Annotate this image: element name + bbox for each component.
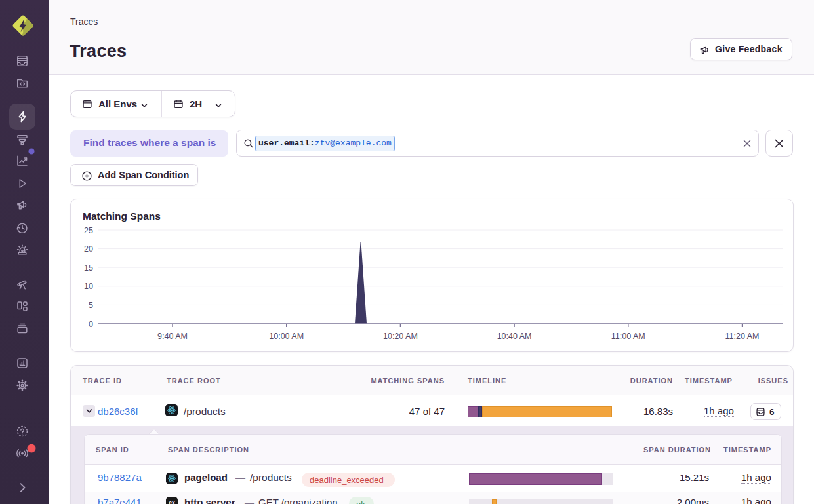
svg-text:5: 5	[89, 301, 93, 310]
svg-text:25: 25	[84, 226, 93, 235]
svg-text:ex: ex	[169, 499, 175, 504]
svg-text:20: 20	[84, 244, 93, 254]
svg-text:0: 0	[89, 320, 93, 329]
svg-text:15: 15	[84, 263, 93, 273]
svg-text:11:00 AM: 11:00 AM	[611, 332, 645, 341]
svg-text:10:20 AM: 10:20 AM	[383, 332, 418, 341]
svg-text:10:40 AM: 10:40 AM	[497, 332, 532, 341]
svg-text:10:00 AM: 10:00 AM	[269, 332, 304, 341]
svg-text:10: 10	[84, 282, 93, 291]
svg-text:9:40 AM: 9:40 AM	[157, 332, 188, 341]
svg-text:11:20 AM: 11:20 AM	[725, 332, 760, 341]
